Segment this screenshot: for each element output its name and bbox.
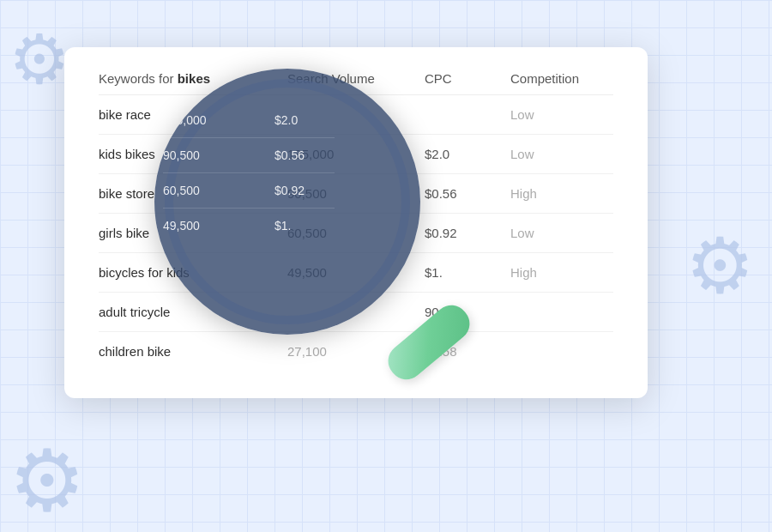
lens-row: 90,500 $0.56 — [163, 138, 335, 173]
lens-cell-cpc: $1. — [274, 219, 335, 233]
lens-row: 49,500 $1. — [163, 209, 335, 243]
cell-competition: High — [510, 186, 622, 201]
cell-competition: High — [510, 265, 622, 280]
magnifier-lens: 135,000 $2.0 90,500 $0.56 60,500 $0.92 4… — [154, 69, 420, 335]
lens-row: 135,000 $2.0 — [163, 103, 335, 138]
lens-cell-volume: 49,500 — [163, 219, 274, 233]
lens-row: 60,500 $0.92 — [163, 173, 335, 209]
cell-competition: Low — [510, 147, 622, 161]
lens-table: 135,000 $2.0 90,500 $0.56 60,500 $0.92 4… — [163, 103, 335, 243]
cell-cpc: $0.92 — [425, 226, 510, 240]
lens-cell-cpc: $0.92 — [274, 184, 335, 197]
header-cpc: CPC — [425, 71, 510, 86]
cell-cpc: $0.56 — [425, 186, 510, 201]
magnifier: 135,000 $2.0 90,500 $0.56 60,500 $0.92 4… — [154, 69, 420, 335]
table-row: children bike 27,100 $2.58 — [99, 332, 613, 371]
lens-cell-cpc: $2.0 — [274, 113, 335, 127]
lens-cell-volume: 60,500 — [163, 184, 274, 197]
lens-cell-cpc: $0.56 — [274, 148, 335, 162]
lens-cell-volume: 135,000 — [163, 113, 274, 127]
header-competition: Competition — [510, 71, 622, 86]
cell-cpc: $2.0 — [425, 147, 510, 161]
magnifier-content: 135,000 $2.0 90,500 $0.56 60,500 $0.92 4… — [154, 69, 420, 335]
gear-icon-right: ⚙ — [685, 227, 755, 305]
cell-cpc: $1. — [425, 265, 510, 280]
cell-keyword: children bike — [99, 344, 287, 359]
cell-competition: Low — [510, 226, 622, 240]
gear-icon-bottom-left: ⚙ — [9, 438, 86, 523]
gear-icon-top-left: ⚙ — [9, 26, 70, 94]
cell-competition: Low — [510, 107, 622, 122]
lens-cell-volume: 90,500 — [163, 148, 274, 162]
